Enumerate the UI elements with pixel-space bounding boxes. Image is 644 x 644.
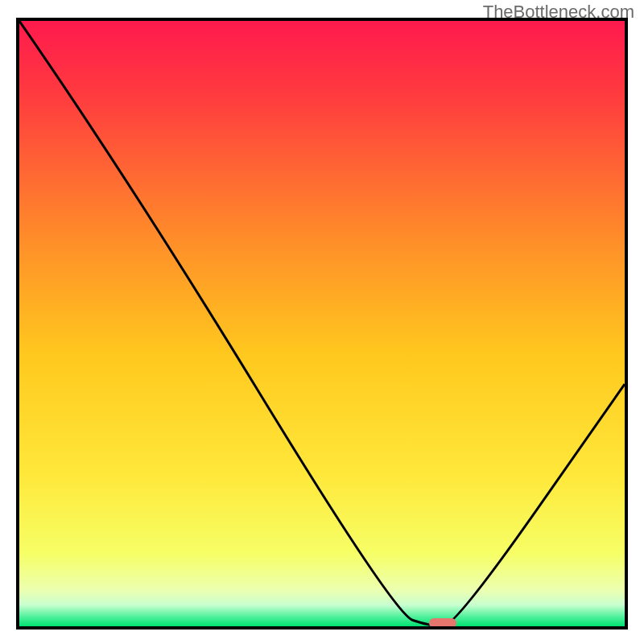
chart-curve	[19, 21, 625, 626]
chart-frame	[16, 18, 628, 630]
chart-plot-area	[19, 21, 625, 626]
optimal-marker	[429, 618, 456, 626]
watermark-text: TheBottleneck.com	[483, 2, 634, 23]
